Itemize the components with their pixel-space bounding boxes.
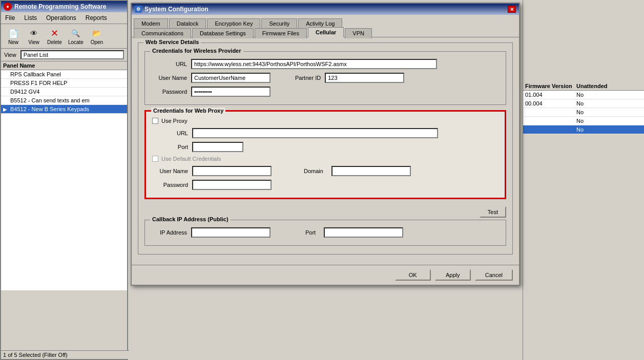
fw-value bbox=[525, 118, 576, 124]
password-input[interactable] bbox=[191, 87, 271, 97]
fw-value bbox=[525, 109, 576, 115]
delete-icon: ✕ bbox=[48, 27, 60, 39]
fw-value: 01.004 bbox=[525, 92, 576, 98]
proxy-port-label: Port bbox=[152, 144, 188, 150]
app-icon: ● bbox=[4, 3, 12, 11]
tab-security[interactable]: Security bbox=[261, 18, 297, 28]
dialog-titlebar: ⚙ System Configuration ✕ bbox=[132, 4, 519, 15]
panel-list-header: Panel Name bbox=[1, 61, 127, 70]
tab-encryption-key[interactable]: Encryption Key bbox=[207, 18, 260, 28]
dialog-content: Web Service Details Credentials for Wire… bbox=[132, 37, 519, 265]
list-item[interactable]: D9412 GV4 bbox=[1, 88, 127, 96]
dialog-title: System Configuration bbox=[144, 6, 209, 13]
password-label: Password bbox=[151, 89, 187, 95]
proxy-username-input[interactable] bbox=[192, 166, 272, 176]
app-title: Remote Programming Software bbox=[14, 3, 106, 10]
callback-ip-group: Callback IP Address (Public) IP Address … bbox=[144, 220, 506, 246]
panel-name-column-header: Panel Name bbox=[3, 62, 125, 69]
tab-vpn[interactable]: VPN bbox=[345, 28, 372, 38]
username-input[interactable] bbox=[191, 73, 271, 83]
status-bar: 1 of 5 Selected (Filter Off) bbox=[1, 350, 129, 359]
tab-cellular[interactable]: Cellular bbox=[308, 27, 344, 37]
tab-modem[interactable]: Modem bbox=[134, 18, 168, 28]
list-item[interactable]: RPS Callback Panel bbox=[1, 70, 127, 79]
proxy-url-input[interactable] bbox=[192, 128, 438, 138]
fw-value bbox=[525, 126, 576, 133]
panel-name: PRESS F1 FOR HELP bbox=[10, 80, 125, 86]
view-label: View bbox=[4, 52, 16, 58]
fw-value: 00.004 bbox=[525, 100, 576, 107]
new-icon: 📄 bbox=[7, 27, 19, 39]
view-icon: 👁 bbox=[28, 27, 40, 39]
use-proxy-row: Use Proxy bbox=[152, 118, 498, 124]
proxy-port-row: Port bbox=[152, 142, 498, 152]
tab-datalock[interactable]: Datalock bbox=[169, 18, 206, 28]
row-arrow: ▶ bbox=[3, 107, 10, 112]
app-titlebar: ● Remote Programming Software bbox=[1, 1, 127, 12]
tab-firmware-files[interactable]: Firmware Files bbox=[255, 28, 307, 38]
tab-row-1: Modem Datalock Encryption Key Security A… bbox=[132, 15, 519, 27]
use-default-checkbox bbox=[152, 156, 158, 162]
list-item: 01.004 No bbox=[523, 91, 644, 99]
list-item[interactable]: ▶ B4512 - New B Series Keypads bbox=[1, 105, 127, 114]
view-button[interactable]: 👁 View bbox=[25, 26, 43, 46]
dialog-icon: ⚙ bbox=[135, 6, 142, 13]
wireless-provider-group: Credentials for Wireless Provider URL Us… bbox=[144, 51, 506, 105]
tab-row-2: Communications Database Settings Firmwar… bbox=[132, 27, 519, 37]
dialog-footer: OK Apply Cancel bbox=[132, 265, 519, 285]
ip-input[interactable] bbox=[191, 227, 271, 238]
un-value: No bbox=[576, 109, 584, 115]
proxy-port-input[interactable] bbox=[192, 142, 243, 152]
apply-button[interactable]: Apply bbox=[435, 269, 471, 281]
web-service-group: Web Service Details Credentials for Wire… bbox=[138, 43, 513, 255]
list-item: 00.004 No bbox=[523, 99, 644, 108]
list-item[interactable]: PRESS F1 FOR HELP bbox=[1, 79, 127, 88]
test-button[interactable]: Test bbox=[480, 206, 506, 218]
proxy-username-label: User Name bbox=[152, 168, 188, 174]
menu-file[interactable]: File bbox=[3, 13, 17, 23]
status-text: 1 of 5 Selected (Filter Off) bbox=[3, 352, 68, 358]
callback-port-label: Port bbox=[305, 229, 316, 236]
menu-lists[interactable]: Lists bbox=[22, 13, 39, 23]
dialog-title-left: ⚙ System Configuration bbox=[135, 6, 209, 13]
proxy-password-input[interactable] bbox=[192, 180, 272, 190]
panel-name: B4512 - New B Series Keypads bbox=[10, 106, 125, 112]
password-row: Password bbox=[151, 87, 500, 97]
un-value: No bbox=[576, 118, 584, 124]
view-input[interactable] bbox=[20, 50, 124, 59]
dialog-close-button[interactable]: ✕ bbox=[508, 6, 516, 13]
cancel-button[interactable]: Cancel bbox=[475, 269, 513, 281]
menubar: File Lists Operations Reports bbox=[1, 12, 127, 24]
delete-button[interactable]: ✕ Delete bbox=[45, 26, 64, 46]
proxy-username-domain-row: User Name Domain bbox=[152, 166, 498, 176]
partner-id-input[interactable] bbox=[325, 73, 404, 83]
open-button[interactable]: 📂 Open bbox=[88, 26, 106, 46]
domain-input[interactable] bbox=[331, 166, 411, 176]
tab-database-settings[interactable]: Database Settings bbox=[192, 28, 254, 38]
proxy-password-row: Password bbox=[152, 180, 498, 190]
tab-communications[interactable]: Communications bbox=[134, 28, 191, 38]
proxy-password-label: Password bbox=[152, 182, 188, 188]
list-item: No bbox=[523, 117, 644, 125]
list-item: No bbox=[523, 125, 644, 134]
username-label: User Name bbox=[151, 75, 187, 81]
un-value: No bbox=[576, 100, 584, 107]
new-button[interactable]: 📄 New bbox=[4, 26, 23, 46]
proxy-url-row: URL bbox=[152, 128, 498, 138]
callback-port-input[interactable] bbox=[324, 227, 403, 238]
toolbar: 📄 New 👁 View ✕ Delete 🔍 Locate 📂 Open bbox=[1, 24, 127, 49]
use-proxy-checkbox[interactable] bbox=[152, 118, 158, 124]
menu-operations[interactable]: Operations bbox=[44, 13, 78, 23]
web-proxy-group: Credentials for Web Proxy Use Proxy URL … bbox=[144, 110, 506, 199]
list-item[interactable]: B5512 - Can send texts and em bbox=[1, 96, 127, 105]
web-proxy-title: Credentials for Web Proxy bbox=[151, 108, 225, 114]
locate-button[interactable]: 🔍 Locate bbox=[66, 26, 86, 46]
ip-label: IP Address bbox=[151, 229, 187, 236]
url-input[interactable] bbox=[191, 59, 437, 69]
menu-reports[interactable]: Reports bbox=[84, 13, 109, 23]
panel-name: D9412 GV4 bbox=[10, 89, 125, 95]
domain-label: Domain bbox=[304, 168, 323, 174]
ok-button[interactable]: OK bbox=[395, 269, 431, 281]
locate-icon: 🔍 bbox=[70, 27, 82, 39]
right-panel-header: Firmware Version Unattended bbox=[523, 82, 644, 91]
